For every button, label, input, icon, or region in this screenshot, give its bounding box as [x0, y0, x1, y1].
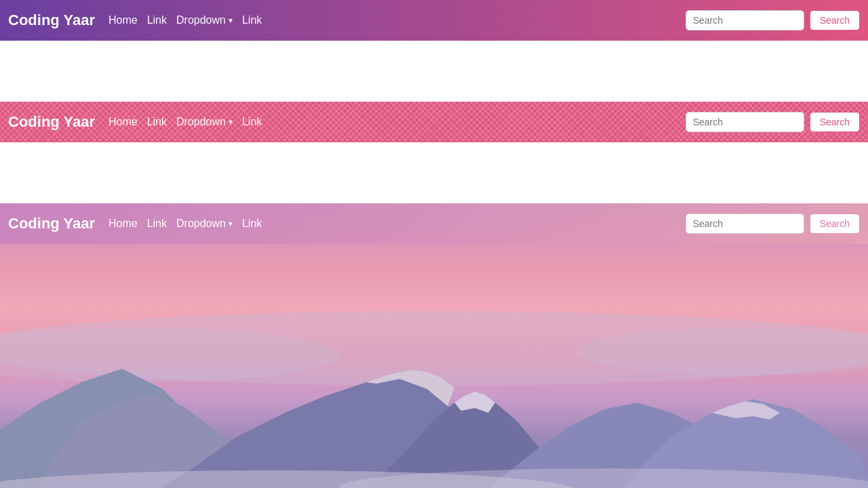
mountain-silhouette: [0, 308, 868, 488]
navbar-1: Coding Yaar Home Link Dropdown Link Sear…: [0, 0, 868, 41]
nav-link-1a[interactable]: Link: [147, 14, 167, 26]
nav-link-3a[interactable]: Link: [147, 218, 167, 230]
navbar-3: Coding Yaar Home Link Dropdown Link Sear…: [0, 203, 868, 244]
search-button-3[interactable]: Search: [810, 214, 860, 234]
spacer-1: [0, 41, 868, 102]
nav-dropdown-2[interactable]: Dropdown: [176, 116, 233, 128]
mountain-section: Coding Yaar Home Link Dropdown Link Sear…: [0, 203, 868, 488]
search-input-1[interactable]: [686, 10, 804, 30]
search-button-2[interactable]: Search: [810, 112, 860, 132]
mountain-background: Coding Yaar Home Link Dropdown Link Sear…: [0, 203, 868, 488]
nav-home-3[interactable]: Home: [108, 218, 138, 230]
nav-link-2a[interactable]: Link: [147, 116, 167, 128]
nav-link-3b[interactable]: Link: [242, 218, 262, 230]
brand-3: Coding Yaar: [8, 215, 95, 232]
nav-home-2[interactable]: Home: [108, 116, 138, 128]
brand-2: Coding Yaar: [8, 113, 95, 131]
search-area-3: Search: [686, 214, 860, 234]
nav-links-3: Home Link Dropdown Link: [108, 218, 686, 230]
search-area-1: Search: [686, 10, 860, 30]
nav-home-1[interactable]: Home: [108, 14, 138, 26]
search-input-2[interactable]: [686, 112, 804, 132]
search-input-3[interactable]: [686, 214, 804, 234]
nav-links-2: Home Link Dropdown Link: [108, 116, 686, 128]
spacer-2: [0, 142, 868, 203]
nav-links-1: Home Link Dropdown Link: [108, 14, 686, 26]
brand-1: Coding Yaar: [8, 12, 95, 29]
nav-dropdown-1[interactable]: Dropdown: [176, 14, 233, 26]
nav-link-2b[interactable]: Link: [242, 116, 262, 128]
nav-dropdown-3[interactable]: Dropdown: [176, 218, 233, 230]
search-area-2: Search: [686, 112, 860, 132]
navbar-2: Coding Yaar Home Link Dropdown Link Sear…: [0, 102, 868, 142]
search-button-1[interactable]: Search: [810, 10, 860, 30]
nav-link-1b[interactable]: Link: [242, 14, 262, 26]
